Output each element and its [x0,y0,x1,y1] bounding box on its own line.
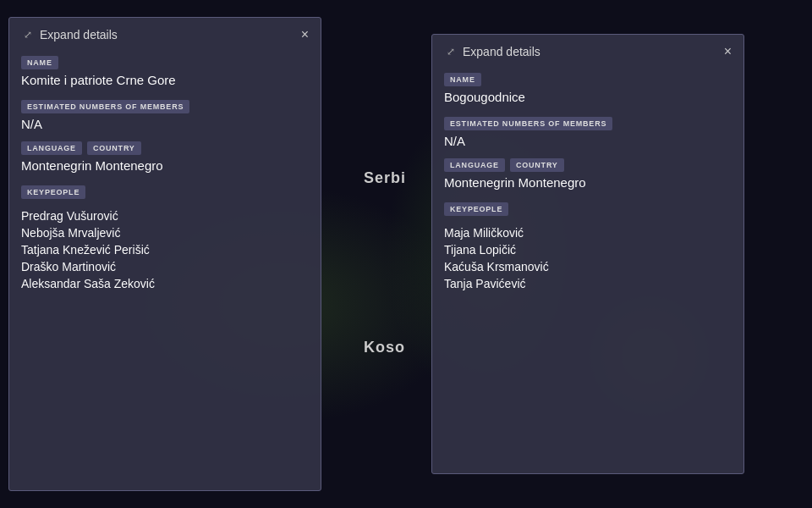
list-item: Draško Martinović [21,258,309,275]
lang-country-value-left: Montenegrin Montenegro [21,158,309,173]
keypeople-label-left: KEYPEOPLE [21,185,85,199]
country-tag-right: COUNTRY [510,158,564,172]
serbia-label: Serbi [364,169,406,187]
members-label-right: ESTIMATED NUMBERS OF MEMBERS [444,117,612,130]
members-label-left: ESTIMATED NUMBERS OF MEMBERS [21,100,189,113]
kosovo-label: Koso [364,339,405,356]
detail-panel-right: ⤢ Expand details × NAME Bogougodnice EST… [431,34,744,474]
list-item: Nebojša Mrvaljević [21,224,309,241]
panel-title-text-right: Expand details [463,45,540,58]
list-item: Predrag Vušurović [21,207,309,224]
name-label-right: NAME [444,73,481,86]
list-item: Tatjana Knežević Perišić [21,241,309,258]
list-item: Kaćuša Krsmanović [444,258,732,275]
expand-icon-left: ⤢ [21,28,35,41]
name-label-left: NAME [21,56,58,69]
close-button-left[interactable]: × [301,28,309,41]
keypeople-section-right: KEYPEOPLE Maja MiličkovićTijana LopičićK… [444,200,732,292]
name-value-left: Komite i patriote Crne Gore [21,73,309,87]
list-item: Tijana Lopičić [444,241,732,258]
members-section-right: ESTIMATED NUMBERS OF MEMBERS N/A LANGUAG… [444,114,732,190]
language-tag-left: LANGUAGE [21,141,82,155]
close-button-right[interactable]: × [724,45,732,58]
country-tag-left: COUNTRY [87,141,141,155]
lang-country-value-right: Montenegrin Montenegro [444,175,732,190]
language-tag-right: LANGUAGE [444,158,505,172]
keypeople-section-left: KEYPEOPLE Predrag VušurovićNebojša Mrval… [21,183,309,292]
panel-title-text-left: Expand details [40,28,118,41]
list-item: Tanja Pavićević [444,275,732,292]
name-section-left: NAME Komite i patriote Crne Gore [21,53,309,87]
members-section-left: ESTIMATED NUMBERS OF MEMBERS N/A LANGUAG… [21,97,309,173]
panel-title-left: ⤢ Expand details [21,28,118,41]
members-value-left: N/A [21,117,309,131]
keypeople-list-right: Maja MiličkovićTijana LopičićKaćuša Krsm… [444,224,732,292]
list-item: Aleksandar Saša Zeković [21,275,309,292]
name-value-right: Bogougodnice [444,90,732,104]
keypeople-label-right: KEYPEOPLE [444,202,508,216]
tag-row-left: LANGUAGE COUNTRY [21,141,309,155]
name-section-right: NAME Bogougodnice [444,70,732,104]
members-value-right: N/A [444,134,732,148]
tag-row-right: LANGUAGE COUNTRY [444,158,732,172]
detail-panel-left: ⤢ Expand details × NAME Komite i patriot… [8,17,321,491]
panel-title-right: ⤢ Expand details [444,45,540,58]
expand-icon-right: ⤢ [444,45,458,58]
keypeople-list-left: Predrag VušurovićNebojša MrvaljevićTatja… [21,207,309,292]
list-item: Maja Miličković [444,224,732,241]
panel-header-right: ⤢ Expand details × [444,45,732,58]
panel-header-left: ⤢ Expand details × [21,28,309,41]
